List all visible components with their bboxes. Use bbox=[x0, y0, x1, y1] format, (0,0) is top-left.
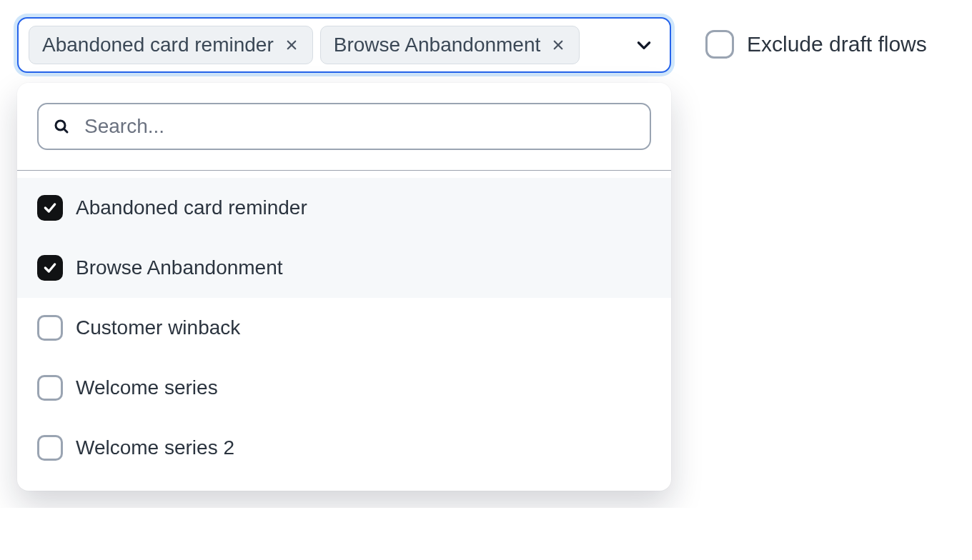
chip[interactable]: Abandoned card reminder bbox=[29, 26, 313, 64]
option[interactable]: Customer winback bbox=[17, 298, 671, 358]
option[interactable]: Abandoned card reminder bbox=[17, 178, 671, 238]
option[interactable]: Welcome series bbox=[17, 358, 671, 418]
chip-label: Browse Anbandonment bbox=[334, 35, 541, 55]
close-icon[interactable] bbox=[284, 37, 299, 53]
option-label: Welcome series bbox=[76, 376, 218, 399]
checkbox-unchecked-icon[interactable] bbox=[37, 375, 63, 401]
exclude-drafts-toggle[interactable]: Exclude draft flows bbox=[705, 17, 927, 59]
checkbox-unchecked-icon[interactable] bbox=[705, 30, 734, 59]
selected-chips: Abandoned card reminder Browse Anbandonm… bbox=[29, 26, 621, 64]
option-label: Customer winback bbox=[76, 316, 240, 339]
search-icon bbox=[53, 118, 70, 135]
svg-line-5 bbox=[64, 129, 67, 132]
multiselect-dropdown: Abandoned card reminder Browse Anbandonm… bbox=[17, 83, 671, 491]
chip[interactable]: Browse Anbandonment bbox=[320, 26, 580, 64]
checkbox-unchecked-icon[interactable] bbox=[37, 435, 63, 461]
checkbox-checked-icon[interactable] bbox=[37, 255, 63, 281]
chip-label: Abandoned card reminder bbox=[42, 35, 274, 55]
search-input[interactable] bbox=[83, 114, 635, 139]
chevron-down-icon[interactable] bbox=[628, 29, 660, 61]
multiselect-field[interactable]: Abandoned card reminder Browse Anbandonm… bbox=[17, 17, 671, 73]
options-list: Abandoned card reminder Browse Anbandonm… bbox=[17, 171, 671, 491]
option-label: Abandoned card reminder bbox=[76, 196, 307, 219]
checkbox-unchecked-icon[interactable] bbox=[37, 315, 63, 341]
option[interactable]: Browse Anbandonment bbox=[17, 238, 671, 298]
flow-multiselect: Abandoned card reminder Browse Anbandonm… bbox=[17, 17, 671, 491]
option[interactable]: Welcome series 2 bbox=[17, 418, 671, 478]
option-label: Welcome series 2 bbox=[76, 436, 234, 459]
exclude-drafts-label: Exclude draft flows bbox=[747, 32, 927, 56]
option-label: Browse Anbandonment bbox=[76, 256, 283, 279]
search-field[interactable] bbox=[37, 103, 651, 150]
checkbox-checked-icon[interactable] bbox=[37, 195, 63, 221]
close-icon[interactable] bbox=[550, 37, 566, 53]
